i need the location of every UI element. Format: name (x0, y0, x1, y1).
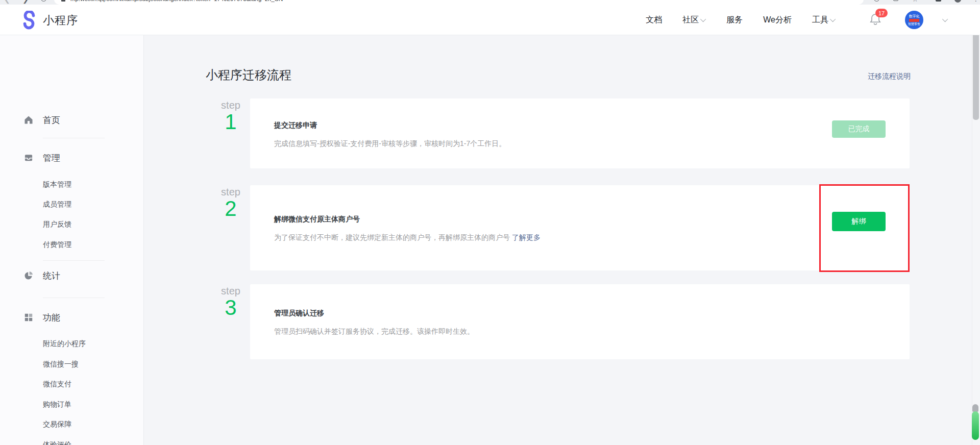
learn-more-link[interactable]: 了解更多 (512, 233, 541, 241)
sidebar-item-paid-manage[interactable]: 付费管理 (43, 239, 71, 251)
sidebar: 首页 管理 版本管理 成员管理 用户反馈 付费管理 统计 (0, 35, 144, 445)
step-word: step (220, 100, 241, 111)
sidebar-item-features[interactable]: 功能 (0, 310, 144, 325)
sidebar-item-member-manage[interactable]: 成员管理 (43, 199, 71, 211)
url-text[interactable]: mp.weixin.qq.com/wxamp/subjectchange/ind… (70, 0, 283, 2)
step-2-card: 解绑微信支付原主体商户号 为了保证支付不中断，建议先绑定新主体的商户号，再解绑原… (250, 185, 910, 270)
browser-tabs-icon[interactable] (936, 0, 941, 2)
home-icon (23, 114, 34, 126)
nav-tools[interactable]: 工具 (812, 15, 836, 26)
step-number: 1 (220, 111, 241, 133)
page-title: 小程序迁移流程 (206, 67, 291, 83)
browser-search-icon[interactable] (874, 0, 879, 2)
sidebar-item-manage[interactable]: 管理 (0, 150, 144, 165)
browser-chrome: ❮ ❯ mp.weixin.qq.com/wxamp/subjectchange… (0, 0, 980, 5)
account-chevron-down-icon[interactable] (942, 16, 948, 22)
sidebar-item-stats[interactable]: 统计 (0, 268, 144, 283)
sidebar-item-label: 管理 (43, 152, 60, 164)
nav-we-analytics-label: We分析 (763, 15, 792, 26)
step-1-card: 提交迁移申请 完成信息填写-授权验证-支付费用-审核等步骤，审核时间为1-7个工… (250, 98, 910, 168)
sidebar-item-version-manage[interactable]: 版本管理 (43, 179, 71, 191)
sidebar-subitem-label: 体验评价 (43, 440, 71, 445)
step-3-indicator: step 3 (220, 285, 241, 319)
nav-community[interactable]: 社区 (682, 15, 706, 26)
sidebar-divider (43, 260, 105, 261)
browser-back-icon[interactable]: ❮ (4, 0, 10, 4)
step-1-desc: 完成信息填写-授权验证-支付费用-审核等步骤，审核时间为1-7个工作日。 (274, 139, 506, 149)
browser-bookmark-icon[interactable]: ☆ (912, 0, 918, 3)
step-1-indicator: step 1 (220, 100, 241, 133)
browser-forward-icon[interactable]: ❯ (22, 0, 29, 4)
sidebar-subitem-label: 交易保障 (43, 420, 71, 429)
step-2-desc: 为了保证支付不中断，建议先绑定新主体的商户号，再解绑原主体的商户号 了解更多 (274, 233, 541, 242)
sidebar-item-wechat-search[interactable]: 微信搜一搜 (43, 358, 79, 370)
avatar-text-top: 数字化 (909, 14, 920, 18)
floating-widget-green[interactable] (972, 411, 979, 440)
sidebar-item-user-feedback[interactable]: 用户反馈 (43, 218, 71, 231)
browser-share-icon[interactable] (893, 0, 898, 1)
nav-services[interactable]: 服务 (726, 15, 743, 26)
step-3-title: 管理员确认迁移 (274, 309, 324, 318)
header-nav: 文档 社区 服务 We分析 工具 17 (646, 5, 948, 35)
sidebar-subitem-label: 版本管理 (43, 180, 71, 189)
chevron-down-icon (700, 16, 706, 22)
nav-docs[interactable]: 文档 (646, 15, 662, 26)
sidebar-subitem-label: 用户反馈 (43, 220, 71, 229)
sidebar-item-home[interactable]: 首页 (0, 112, 144, 128)
sidebar-item-wechat-pay[interactable]: 微信支付 (43, 378, 71, 390)
sidebar-subitem-label: 微信搜一搜 (43, 360, 79, 369)
highlight-rectangle (819, 184, 910, 272)
step-2-desc-text: 为了保证支付不中断，建议先绑定新主体的商户号，再解绑原主体的商户号 (274, 233, 512, 241)
sidebar-subitem-label: 成员管理 (43, 200, 71, 209)
migration-help-link[interactable]: 迁移流程说明 (868, 72, 911, 81)
logo-text: 小程序 (43, 13, 78, 28)
site-info-icon[interactable] (61, 0, 65, 2)
step-3-desc: 管理员扫码确认并签订服务协议，完成迁移。该操作即时生效。 (274, 327, 474, 336)
inbox-icon (23, 152, 34, 163)
sidebar-subitem-label: 微信支付 (43, 380, 71, 389)
sidebar-divider (43, 138, 105, 138)
browser-reload-icon[interactable] (41, 0, 46, 2)
sidebar-subitem-label: 购物订单 (43, 400, 71, 409)
step-3-card: 管理员确认迁移 管理员扫码确认并签订服务协议，完成迁移。该操作即时生效。 (250, 284, 910, 359)
screen: ❮ ❯ mp.weixin.qq.com/wxamp/subjectchange… (0, 0, 980, 445)
grid-icon (23, 312, 34, 323)
app-header: 小程序 文档 社区 服务 We分析 工具 (0, 5, 980, 35)
sidebar-item-transaction-guarantee[interactable]: 交易保障 (43, 418, 71, 431)
nav-we-analytics[interactable]: We分析 (763, 15, 792, 26)
notification-bell[interactable]: 17 (869, 12, 885, 28)
nav-docs-label: 文档 (646, 15, 662, 26)
nav-community-label: 社区 (682, 15, 699, 26)
step-word: step (220, 285, 241, 296)
sidebar-item-label: 功能 (43, 312, 60, 324)
step-2-indicator: step 2 (220, 186, 241, 220)
account-avatar[interactable]: 数字化 智慧零售 (905, 11, 923, 29)
sidebar-divider (43, 298, 105, 298)
main-content: 小程序迁移流程 迁移流程说明 step 1 提交迁移申请 完成信息填写-授权验证… (144, 35, 972, 445)
step-2-title: 解绑微信支付原主体商户号 (274, 215, 360, 224)
sidebar-item-nearby-miniprograms[interactable]: 附近的小程序 (43, 338, 86, 350)
step-1-title: 提交迁移申请 (274, 121, 317, 130)
step-word: step (220, 186, 241, 197)
pie-chart-icon (23, 270, 34, 281)
avatar-text-bottom: 智慧零售 (908, 22, 920, 26)
step-number: 3 (220, 296, 241, 319)
sidebar-item-label: 首页 (43, 114, 60, 126)
nav-tools-label: 工具 (812, 15, 828, 26)
avatar-red-strip (909, 19, 919, 22)
browser-profile-icon[interactable] (954, 0, 961, 3)
sidebar-item-label: 统计 (43, 270, 60, 282)
url-bar[interactable]: mp.weixin.qq.com/wxamp/subjectchange/ind… (54, 0, 864, 5)
step-number: 2 (220, 197, 241, 220)
miniprogram-logo-icon (20, 11, 38, 30)
sidebar-subitem-label: 付费管理 (43, 240, 71, 250)
notification-badge[interactable]: 17 (875, 9, 888, 17)
sidebar-subitem-label: 附近的小程序 (43, 339, 86, 349)
floating-widget-cap (972, 404, 978, 412)
sidebar-item-shopping-orders[interactable]: 购物订单 (43, 399, 71, 411)
sidebar-item-experience-rating[interactable]: 体验评价 (43, 439, 71, 445)
browser-menu-icon[interactable]: ⋮ (973, 0, 979, 2)
completed-button: 已完成 (832, 120, 886, 138)
nav-services-label: 服务 (726, 15, 743, 26)
logo[interactable]: 小程序 (20, 11, 78, 30)
